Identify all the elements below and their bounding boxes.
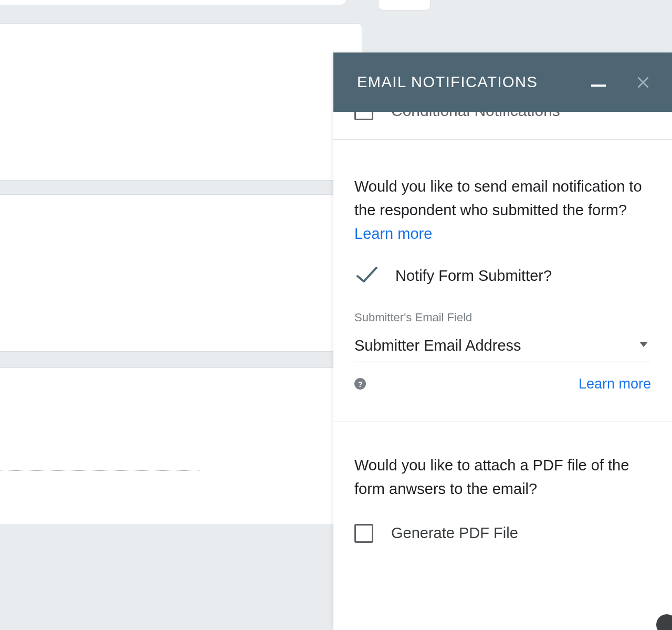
notify-checkmark-toggle[interactable] [354, 265, 377, 288]
background-card-top2 [378, 0, 430, 10]
help-learn-row: ? Learn more [354, 376, 651, 392]
pdf-section: Would you like to attach a PDF file of t… [333, 422, 672, 566]
generate-pdf-label: Generate PDF File [391, 524, 518, 542]
submitter-email-field-label: Submitter's Email Field [354, 311, 651, 324]
conditional-notifications-checkbox[interactable] [354, 112, 373, 120]
checkmark-icon [354, 265, 380, 286]
chevron-down-icon [638, 341, 649, 350]
close-icon [635, 75, 651, 90]
dotted-divider [0, 470, 200, 471]
background-card-2 [0, 194, 362, 352]
panel-title: EMAIL NOTIFICATIONS [357, 74, 538, 91]
submitter-email-select-value: Submitter Email Address [354, 337, 521, 354]
conditional-notifications-label: Conditional Notifications [391, 112, 560, 120]
background-card-top [0, 0, 346, 5]
notify-learn-more-link[interactable]: Learn more [354, 225, 432, 242]
conditional-notifications-row: Conditional Notifications [333, 112, 672, 140]
notify-intro-text: Would you like to send email notificatio… [354, 178, 642, 218]
notify-submitter-section: Would you like to send email notificatio… [333, 112, 672, 422]
close-button[interactable] [635, 75, 651, 90]
notify-intro: Would you like to send email notificatio… [354, 175, 651, 246]
submitter-email-select[interactable]: Submitter Email Address [354, 333, 651, 362]
minimize-button[interactable] [591, 85, 606, 87]
header-actions [591, 75, 651, 90]
panel-body: Conditional Notifications Would you like… [333, 112, 672, 630]
notify-check-row: Notify Form Submitter? [354, 265, 651, 288]
email-notifications-panel: EMAIL NOTIFICATIONS Conditional Notifica… [333, 52, 672, 630]
background-card-3 [0, 368, 362, 525]
pdf-check-row: Generate PDF File [354, 524, 651, 543]
learn-more-link-right[interactable]: Learn more [579, 376, 651, 392]
panel-header: EMAIL NOTIFICATIONS [333, 52, 672, 112]
svg-marker-2 [639, 342, 648, 347]
help-icon[interactable]: ? [354, 378, 366, 390]
pdf-intro: Would you like to attach a PDF file of t… [354, 454, 651, 501]
notify-check-label: Notify Form Submitter? [395, 267, 552, 285]
generate-pdf-checkbox[interactable] [354, 524, 373, 543]
background-card-1 [0, 23, 362, 181]
